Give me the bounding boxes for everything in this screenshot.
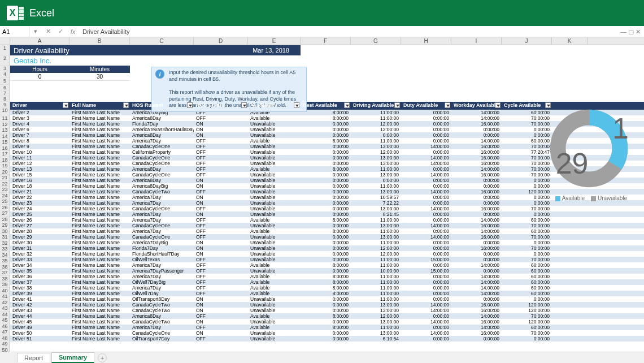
cell[interactable]: 0:00:00 (301, 189, 351, 195)
row-43[interactable]: 43 (0, 305, 10, 312)
row-18[interactable]: 18 (0, 157, 10, 163)
cell[interactable]: 0:00:00 (451, 195, 502, 200)
cell[interactable]: Florida7Day (130, 245, 194, 251)
cell[interactable]: CaliforniaProperty (130, 149, 194, 155)
table-row[interactable]: Driver 42First Name Last NameCanadaCycle… (10, 302, 644, 308)
cell[interactable]: 11:00:00 (351, 228, 401, 234)
cell[interactable]: Unavailable (248, 149, 301, 155)
col-F[interactable]: F (301, 37, 351, 45)
cell[interactable]: 14:00:00 (401, 155, 451, 161)
cell[interactable]: First Name Last Name (69, 302, 130, 308)
cell[interactable]: 0:00:00 (451, 183, 502, 189)
cell[interactable]: 14:00:00 (451, 313, 502, 319)
cell[interactable]: 0:00:00 (301, 127, 351, 132)
cell[interactable]: Unavailable (248, 234, 301, 240)
cell[interactable]: First Name Last Name (69, 330, 130, 336)
cell[interactable]: OFF (194, 144, 248, 149)
cell[interactable]: OilWell7DayBig (130, 279, 194, 285)
cell[interactable]: 14:00:00 (401, 302, 451, 308)
cell[interactable]: 14:00:00 (401, 308, 451, 313)
cell[interactable]: America7Day (130, 200, 194, 206)
cell[interactable]: First Name Last Name (69, 296, 130, 302)
cell[interactable]: First Name Last Name (69, 127, 130, 132)
row-35[interactable]: 35 (0, 258, 10, 264)
cell[interactable]: 12:00:00 (351, 313, 401, 319)
table-row[interactable]: Driver 25First Name Last NameAmerica7Day… (10, 211, 644, 217)
th-hos-ruleset[interactable]: HOS Ruleset (130, 102, 194, 110)
cell[interactable]: Available (248, 166, 301, 172)
table-row[interactable]: Driver 49First Name Last NameAmerica7Day… (10, 325, 644, 330)
cell[interactable]: First Name Last Name (69, 274, 130, 279)
col-C[interactable]: C (130, 37, 194, 45)
cell[interactable]: Driver 30 (10, 240, 69, 245)
cell[interactable]: 0:00:00 (451, 211, 502, 217)
cell[interactable]: 0:00:00 (301, 200, 351, 206)
cell[interactable]: 14:00:00 (401, 206, 451, 211)
cell[interactable]: 16:00:00 (451, 308, 502, 313)
cell[interactable]: CanadaCycleTwo (130, 302, 194, 308)
cell[interactable]: 11:00:00 (351, 166, 401, 172)
cell[interactable]: Driver 44 (10, 313, 69, 319)
cell[interactable]: Driver 35 (10, 268, 69, 274)
cell[interactable]: First Name Last Name (69, 183, 130, 189)
cell[interactable]: Driver 29 (10, 234, 69, 240)
cell[interactable]: 0:00:00 (401, 166, 451, 172)
cell[interactable]: 0:00:00 (401, 178, 451, 183)
table-row[interactable]: Driver 43First Name Last NameCanadaCycle… (10, 308, 644, 313)
cell[interactable]: 0:00:00 (301, 257, 351, 262)
col-A[interactable]: A (10, 37, 69, 45)
cell[interactable]: 0:00:00 (401, 228, 451, 234)
cell[interactable]: OilTransport7Day (130, 336, 194, 342)
cell[interactable]: 11:00:00 (351, 240, 401, 245)
table-row[interactable]: Driver 34First Name Last NameAmerica7Day… (10, 262, 644, 268)
cell[interactable]: FloridaShortHaul7Day (130, 251, 194, 257)
cell[interactable]: 8:00:00 (301, 110, 351, 115)
cell[interactable]: Driver 8 (10, 138, 69, 144)
cell[interactable]: OilTransport8Day (130, 296, 194, 302)
cell[interactable]: 0:00:00 (301, 319, 351, 325)
cell[interactable]: 0:00:00 (401, 274, 451, 279)
cell[interactable]: 60:00:00 (502, 285, 552, 291)
filter-dropdown-icon[interactable] (63, 102, 68, 108)
row-16[interactable]: 16 (0, 145, 10, 152)
row-26[interactable]: 26 (0, 205, 10, 211)
cell[interactable]: 0:00:00 (301, 132, 351, 138)
cell[interactable]: 14:00:00 (401, 172, 451, 178)
cell[interactable]: 14:00:00 (401, 223, 451, 228)
cell[interactable]: Unavailable (248, 240, 301, 245)
row-39[interactable]: 39 (0, 282, 10, 288)
cell[interactable]: OFF (194, 217, 248, 223)
cell[interactable]: Driver 22 (10, 195, 69, 200)
row-22[interactable]: 22 (0, 181, 10, 187)
cell[interactable]: 0:00:00 (301, 149, 351, 155)
cell[interactable]: 0:00:00 (301, 178, 351, 183)
cell[interactable]: ON (194, 127, 248, 132)
cell[interactable]: Driver 6 (10, 127, 69, 132)
row-13[interactable]: 13 (0, 127, 10, 133)
cell[interactable]: OFF (194, 325, 248, 330)
table-row[interactable]: Driver 37First Name Last NameOilWell7Day… (10, 279, 644, 285)
cell[interactable]: 0:00:00 (401, 296, 451, 302)
col-I[interactable]: I (451, 37, 502, 45)
window-controls[interactable]: — ▢ ✕ (620, 28, 641, 36)
cell[interactable]: 11:00:00 (351, 217, 401, 223)
row-34[interactable]: 34 (0, 252, 10, 258)
row-2[interactable]: 2 (0, 55, 10, 66)
cell[interactable]: Unavailable (248, 121, 301, 127)
cell[interactable]: 60:00:00 (502, 228, 552, 234)
cell[interactable]: OFF (194, 234, 248, 240)
cell[interactable]: 0:00:00 (451, 178, 502, 183)
cell[interactable]: 13:00:00 (351, 161, 401, 166)
cell[interactable]: 0:00:00 (401, 325, 451, 330)
cell[interactable]: ON (194, 330, 248, 336)
cell[interactable]: 0:00:00 (451, 251, 502, 257)
cell[interactable]: ON (194, 319, 248, 325)
cell[interactable]: America7Day (130, 217, 194, 223)
cell[interactable]: Driver 2 (10, 110, 69, 115)
cell[interactable]: ON (194, 245, 248, 251)
cell[interactable]: Unavailable (248, 172, 301, 178)
cell[interactable]: America7DayBig (130, 240, 194, 245)
cell[interactable]: 60:00:00 (502, 279, 552, 285)
cell[interactable]: 0:00:00 (301, 330, 351, 336)
cell[interactable]: Unavailable (248, 161, 301, 166)
